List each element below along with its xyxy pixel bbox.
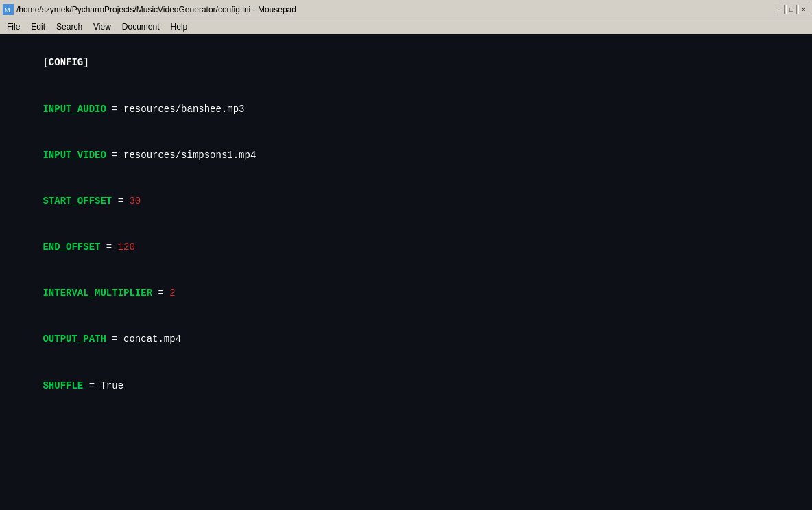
maximize-button[interactable]: □ bbox=[786, 5, 797, 14]
menu-view[interactable]: View bbox=[88, 21, 117, 33]
line-section: [CONFIG] bbox=[8, 40, 804, 86]
val-input-video: resources/simpsons1.mp4 bbox=[123, 150, 256, 161]
key-end-offset: END_OFFSET bbox=[43, 242, 100, 253]
line-shuffle: SHUFFLE = True bbox=[8, 362, 804, 408]
val-output-path: concat.mp4 bbox=[123, 334, 181, 345]
app-icon: M bbox=[3, 4, 14, 15]
key-shuffle: SHUFFLE bbox=[43, 380, 83, 391]
editor-area[interactable]: [CONFIG] INPUT_AUDIO = resources/banshee… bbox=[0, 34, 812, 510]
line-output-path: OUTPUT_PATH = concat.mp4 bbox=[8, 316, 804, 362]
title-bar-left: M /home/szymek/PycharmProjects/MusicVide… bbox=[3, 4, 296, 15]
line-start-offset: START_OFFSET = 30 bbox=[8, 178, 804, 224]
section-header: [CONFIG] bbox=[43, 57, 88, 68]
close-button[interactable]: × bbox=[798, 5, 809, 14]
menu-search[interactable]: Search bbox=[51, 21, 88, 33]
line-end-offset: END_OFFSET = 120 bbox=[8, 224, 804, 270]
key-interval-multiplier: INTERVAL_MULTIPLIER bbox=[43, 288, 152, 299]
menu-document[interactable]: Document bbox=[117, 21, 165, 33]
main-window: M /home/szymek/PycharmProjects/MusicVide… bbox=[0, 0, 812, 510]
menu-help[interactable]: Help bbox=[165, 21, 193, 33]
line-input-audio: INPUT_AUDIO = resources/banshee.mp3 bbox=[8, 86, 804, 132]
key-input-audio: INPUT_AUDIO bbox=[43, 104, 106, 115]
val-interval-multiplier: 2 bbox=[169, 288, 175, 299]
key-output-path: OUTPUT_PATH bbox=[43, 334, 106, 345]
window-controls: − □ × bbox=[774, 5, 809, 14]
key-input-video: INPUT_VIDEO bbox=[43, 150, 106, 161]
window-title: /home/szymek/PycharmProjects/MusicVideoG… bbox=[16, 5, 296, 14]
key-start-offset: START_OFFSET bbox=[43, 196, 112, 207]
val-end-offset: 120 bbox=[118, 242, 135, 253]
val-input-audio: resources/banshee.mp3 bbox=[123, 104, 244, 115]
menu-edit[interactable]: Edit bbox=[25, 21, 51, 33]
minimize-button[interactable]: − bbox=[774, 5, 785, 14]
title-bar: M /home/szymek/PycharmProjects/MusicVide… bbox=[0, 0, 812, 19]
menu-bar: File Edit Search View Document Help bbox=[0, 19, 812, 34]
menu-file[interactable]: File bbox=[1, 21, 25, 33]
val-start-offset: 30 bbox=[129, 196, 141, 207]
line-interval-multiplier: INTERVAL_MULTIPLIER = 2 bbox=[8, 270, 804, 316]
svg-text:M: M bbox=[5, 7, 10, 14]
val-shuffle: True bbox=[100, 380, 123, 391]
line-input-video: INPUT_VIDEO = resources/simpsons1.mp4 bbox=[8, 132, 804, 178]
